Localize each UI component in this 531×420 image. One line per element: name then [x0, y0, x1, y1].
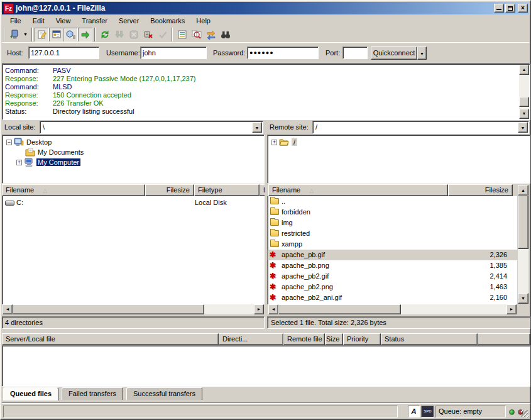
expand-icon[interactable]: + — [271, 140, 277, 145]
minimize-button[interactable] — [494, 4, 504, 13]
tree-item-desktop[interactable]: − Desktop — [6, 137, 52, 147]
toggle-local-tree-button[interactable] — [49, 28, 63, 41]
site-manager-button[interactable] — [7, 28, 21, 41]
scroll-right-button[interactable]: ► — [506, 304, 517, 314]
host-input[interactable] — [28, 47, 99, 59]
remote-file-row[interactable]: xampp — [268, 239, 517, 250]
column-header-filetype[interactable]: Filetype — [194, 184, 260, 196]
port-input[interactable] — [342, 47, 368, 59]
remote-file-row[interactable]: img — [268, 218, 517, 228]
remote-file-row[interactable]: ✱apache_pb.png1,385 — [268, 260, 517, 271]
toggle-message-log-button[interactable] — [35, 28, 49, 41]
local-site-combo[interactable]: \ ▼ — [40, 121, 263, 134]
site-manager-dropdown[interactable]: ▼ — [21, 28, 30, 41]
quickconnect-dropdown[interactable]: ▼ — [417, 47, 427, 60]
remote-site-dropdown-icon[interactable]: ▼ — [518, 122, 528, 133]
file-name: C: — [16, 199, 23, 206]
disconnect-button[interactable] — [141, 28, 155, 41]
activity-led-green-icon — [509, 409, 515, 415]
toggle-remote-tree-button[interactable] — [63, 28, 78, 41]
scroll-thumb[interactable] — [13, 304, 204, 314]
toolbar-separator — [4, 28, 5, 41]
menu-transfer[interactable]: Transfer — [76, 16, 113, 26]
queue-column-status[interactable]: Status — [381, 333, 478, 345]
synchronized-browsing-button[interactable] — [204, 28, 218, 41]
scroll-right-button[interactable]: ► — [254, 304, 264, 314]
tab-successful-transfers[interactable]: Successful transfers — [126, 387, 202, 400]
menu-help[interactable]: Help — [190, 16, 216, 26]
close-button[interactable]: × — [518, 4, 528, 13]
folder-icon — [270, 230, 279, 236]
local-list-header: Filename△ Filesize Filetype L — [2, 184, 265, 196]
remote-file-row[interactable]: .. — [268, 196, 517, 207]
menu-view[interactable]: View — [50, 16, 77, 26]
collapse-icon[interactable]: − — [6, 140, 12, 145]
filter-button[interactable] — [175, 28, 189, 41]
title-bar[interactable]: Fz john@127.0.0.1 - FileZilla × — [2, 2, 529, 14]
remote-status-text: Selected 1 file. Total size: 2,326 bytes — [271, 319, 386, 326]
remote-file-row[interactable]: restricted — [268, 228, 517, 239]
toggle-transfer-queue-button[interactable] — [78, 28, 92, 41]
log-scroll-thumb[interactable] — [519, 97, 529, 107]
queue-column-remote-file[interactable]: Remote file — [283, 333, 325, 345]
column-header-filesize[interactable]: Filesize — [448, 184, 513, 196]
scroll-up-button[interactable]: ▲ — [518, 185, 528, 196]
remote-file-row[interactable]: ✱apache_pb2.png1,463 — [268, 282, 517, 292]
password-input[interactable] — [247, 47, 319, 59]
remote-site-combo[interactable]: / ▼ — [312, 121, 529, 134]
filezilla-window: Fz john@127.0.0.1 - FileZilla × File Edi… — [0, 0, 531, 420]
remote-file-row[interactable]: ✱apache_pb2.gif2,414 — [268, 271, 517, 282]
expand-icon[interactable]: + — [16, 160, 22, 165]
local-site-dropdown-icon[interactable]: ▼ — [252, 122, 262, 133]
column-header-filesize[interactable]: Filesize — [145, 184, 194, 196]
log-scroll-up-button[interactable]: ▲ — [519, 65, 529, 75]
tab-failed-transfers[interactable]: Failed transfers — [62, 387, 123, 400]
scroll-thumb[interactable] — [278, 304, 401, 314]
reconnect-button[interactable] — [155, 28, 170, 41]
menu-edit[interactable]: Edit — [27, 16, 50, 26]
menu-bookmarks[interactable]: Bookmarks — [145, 16, 190, 26]
folder-icon — [270, 209, 279, 215]
local-file-row[interactable]: C: Local Disk — [3, 197, 264, 208]
column-header-last-modified[interactable]: L — [260, 184, 265, 196]
directory-comparison-button[interactable] — [189, 28, 204, 41]
status-bar: A SPD Queue: empty — [2, 402, 530, 419]
tree-item-my-documents[interactable]: My Documents — [25, 147, 84, 157]
close-icon: × — [521, 4, 525, 11]
cancel-icon — [129, 30, 139, 40]
scroll-left-button[interactable]: ◄ — [268, 304, 278, 314]
column-header-filename[interactable]: Filename△ — [268, 184, 448, 196]
find-files-button[interactable] — [218, 28, 233, 41]
transfer-type-indicator-icon[interactable]: A — [408, 406, 420, 417]
queue-body[interactable] — [2, 345, 530, 387]
remote-file-row[interactable]: ✱apache_pb2_ani.gif2,160 — [268, 292, 517, 303]
scroll-left-button[interactable]: ◄ — [3, 304, 13, 314]
quickconnect-button[interactable]: Quickconnect — [371, 47, 417, 60]
log-line: Command:PASV — [5, 67, 71, 75]
queue-column-server-local-file[interactable]: Server/Local file — [2, 333, 219, 345]
queue-column-direction[interactable]: Directi... — [219, 333, 283, 345]
menu-server[interactable]: Server — [113, 16, 145, 26]
queue-column-priority[interactable]: Priority — [343, 333, 381, 345]
remote-site-label: Remote site: — [270, 123, 309, 131]
refresh-button[interactable] — [97, 28, 112, 41]
resize-grip[interactable] — [521, 410, 528, 417]
log-line: Command:MLSD — [5, 83, 72, 91]
queue-column-size[interactable]: Size — [325, 333, 343, 345]
tree-item-root[interactable]: + / — [271, 137, 297, 147]
remote-file-row[interactable]: forbidden — [268, 207, 517, 218]
tree-item-my-computer[interactable]: + My Computer — [16, 157, 80, 167]
cancel-operation-button[interactable] — [126, 28, 141, 41]
speed-limit-indicator-icon[interactable]: SPD — [421, 406, 434, 417]
disconnect-icon — [143, 30, 153, 40]
tab-queued-files[interactable]: Queued files — [3, 387, 58, 401]
username-input[interactable] — [140, 47, 207, 59]
maximize-button[interactable] — [505, 4, 515, 13]
log-scroll-down-button[interactable]: ▼ — [519, 109, 529, 119]
scroll-down-button[interactable]: ▼ — [518, 293, 528, 304]
process-queue-button[interactable] — [112, 28, 126, 41]
column-header-filename[interactable]: Filename△ — [2, 184, 145, 196]
scroll-thumb[interactable] — [518, 196, 528, 249]
menu-file[interactable]: File — [4, 16, 27, 26]
remote-file-row-selected[interactable]: ✱apache_pb.gif2,326 — [268, 250, 517, 260]
